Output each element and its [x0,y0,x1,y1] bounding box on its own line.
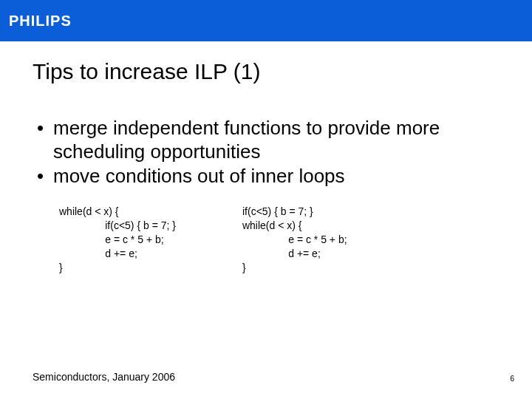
page-number: 6 [510,375,514,383]
code-comparison: while(d < x) { if(c<5) { b = 7; } e = c … [33,205,499,274]
header-bar: PHILIPS [0,0,532,41]
footer-text: Semiconductors, January 2006 [33,371,175,383]
brand-logo: PHILIPS [9,13,72,30]
bullet-item: move conditions out of inner loops [33,165,499,188]
bullet-list: merge independent functions to provide m… [33,117,499,188]
bullet-item: merge independent functions to provide m… [33,117,499,163]
slide-title: Tips to increase ILP (1) [0,41,532,84]
code-after: if(c<5) { b = 7; } while(d < x) { e = c … [242,205,347,274]
code-before: while(d < x) { if(c<5) { b = 7; } e = c … [59,205,176,274]
slide-body: merge independent functions to provide m… [0,84,532,275]
